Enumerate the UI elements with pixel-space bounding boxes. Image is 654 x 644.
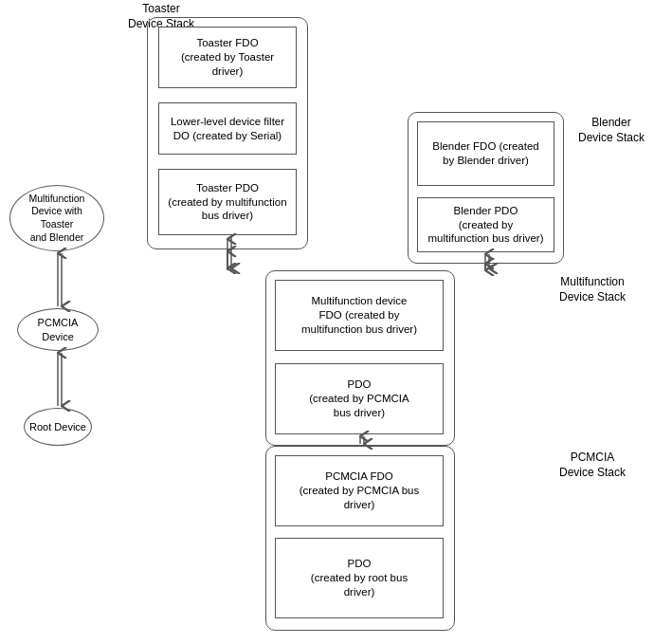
pcmcia-stack-label: PCMCIADevice Stack: [540, 451, 645, 480]
multifunction-pdo-box: PDO(created by PCMCIAbus driver): [275, 363, 444, 434]
diagram: ToasterDevice Stack BlenderDevice Stack …: [0, 0, 654, 644]
toaster-pdo-box: Toaster PDO(created by multifunctionbus …: [158, 169, 297, 235]
multifunction-fdo-box: Multifunction deviceFDO (created bymulti…: [275, 280, 444, 351]
pcmcia-pdo-box: PDO(created by root busdriver): [275, 538, 444, 618]
lower-filter-box: Lower-level device filterDO (created by …: [158, 102, 297, 155]
blender-stack-label: BlenderDevice Stack: [573, 116, 649, 145]
multifunction-stack-label: MultifunctionDevice Stack: [540, 275, 645, 304]
pcmcia-fdo-box: PCMCIA FDO(created by PCMCIA busdriver): [275, 455, 444, 526]
toaster-fdo-box: Toaster FDO(created by Toasterdriver): [158, 27, 297, 88]
root-device-oval: Root Device: [24, 408, 92, 446]
multifunction-device-oval: MultifunctionDevice with Toasterand Blen…: [9, 185, 104, 251]
pcmcia-device-oval: PCMCIA Device: [17, 308, 99, 351]
blender-fdo-box: Blender FDO (createdby Blender driver): [417, 121, 554, 186]
blender-pdo-box: Blender PDO(created bymultifunction bus …: [417, 197, 554, 252]
